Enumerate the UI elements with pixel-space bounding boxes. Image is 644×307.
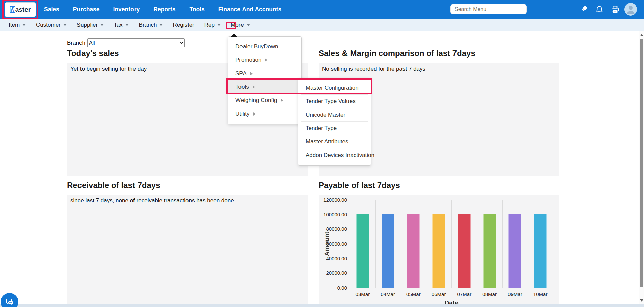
subnav-item-label: Customer [36, 21, 61, 28]
topnav-item-purchase[interactable]: Purchase [73, 6, 100, 13]
gridline-h [350, 288, 553, 288]
submenu-item-tender-type-values[interactable]: Tender Type Values [298, 95, 371, 108]
y-tick-label: 20000.00 [319, 270, 347, 276]
chevron-down-icon [22, 24, 26, 26]
subnav-item-label: Branch [139, 21, 157, 28]
top-navbar: Master SalesPurchaseInventoryReportsTool… [0, 0, 644, 19]
subnav-item-item[interactable]: Item [9, 19, 26, 31]
topnav-item-tools[interactable]: Tools [189, 6, 204, 13]
menu-item-label: Weighing Config [235, 97, 277, 104]
chevron-right-icon [250, 72, 253, 75]
menu-item-tools[interactable]: Tools [228, 80, 301, 94]
payable-bar-chart: Amount 120000.00100000.0080000.0060000.0… [319, 195, 559, 307]
sub-navbar: ItemCustomerSupplierTaxBranchRegisterRep… [0, 19, 644, 31]
y-tick-label: 100000.00 [319, 212, 347, 217]
subnav-item-tax[interactable]: Tax [114, 19, 128, 31]
y-tick-label: 120000.00 [319, 197, 347, 203]
vertical-scrollbar[interactable] [639, 31, 644, 304]
subnav-item-label: Supplier [77, 21, 98, 28]
subnav-item-rep[interactable]: Rep [204, 19, 221, 31]
gridline-v [553, 200, 553, 288]
menu-item-label: Tools [235, 84, 249, 90]
subnav-item-register[interactable]: Register [173, 19, 194, 31]
submenu-item-unicode-master[interactable]: Unicode Master [298, 108, 371, 122]
bar-07Mar [458, 214, 471, 288]
brand: Master [5, 2, 36, 17]
sales-margin-message: No selling is recorded for the past 7 da… [319, 63, 559, 74]
menu-item-label: SPA [235, 70, 247, 77]
subnav-item-label: More [231, 21, 244, 28]
y-tick-label: 40000.00 [319, 256, 347, 261]
payable-title: Payable of last 7days [319, 181, 400, 190]
branch-label: Branch [67, 40, 85, 46]
search-input[interactable] [450, 4, 527, 14]
menu-item-label: Promotion [235, 57, 261, 63]
topnav-item-reports[interactable]: Reports [153, 6, 175, 13]
bottom-strip [0, 304, 644, 307]
menu-item-promotion[interactable]: Promotion [228, 53, 301, 67]
subnav-item-supplier[interactable]: Supplier [77, 19, 104, 31]
bar-08Mar [483, 214, 496, 288]
topnav-item-sales[interactable]: Sales [44, 6, 59, 13]
avatar[interactable] [624, 3, 637, 16]
submenu-item-master-attributes[interactable]: Master Attributes [298, 135, 371, 148]
printer-icon[interactable] [610, 5, 620, 14]
y-tick-label: 60000.00 [319, 241, 347, 247]
scroll-up-icon[interactable] [640, 34, 643, 36]
chevron-down-icon [100, 24, 104, 26]
menu-item-weighing-config[interactable]: Weighing Config [228, 94, 301, 107]
subnav-item-label: Rep [204, 21, 215, 28]
gridline-v [426, 200, 426, 288]
bell-icon[interactable] [595, 5, 604, 14]
main-menu: SalesPurchaseInventoryReportsToolsFinanc… [44, 6, 281, 13]
receivable-panel: since last 7 days, none of receivable tr… [67, 195, 308, 307]
gridline-v [502, 200, 503, 288]
brand-selected-letter: M [10, 6, 15, 13]
bar-06Mar [432, 214, 445, 288]
subnav-item-branch[interactable]: Branch [139, 19, 163, 31]
subnav-item-label: Tax [114, 21, 122, 28]
tools-submenu: Master ConfigurationTender Type ValuesUn… [298, 78, 371, 166]
x-tick-label: 05Mar [406, 291, 421, 297]
x-tick-label: 09Mar [508, 291, 522, 297]
subnav-item-label: Item [9, 21, 20, 28]
menu-item-utility[interactable]: Utility [228, 107, 301, 121]
chevron-down-icon [247, 24, 250, 26]
receivable-message: since last 7 days, none of receivable tr… [67, 195, 308, 206]
chevron-right-icon [253, 112, 256, 116]
subnav-item-more[interactable]: More Dealer BuyDownPromotionSPAToolsWeig… [231, 19, 250, 31]
branch-filter: Branch All [67, 38, 185, 47]
receivable-title: Receivable of last 7days [67, 181, 160, 190]
y-tick-label: 0.00 [319, 285, 347, 291]
bar-09Mar [508, 214, 521, 288]
menu-item-dealer-buydown[interactable]: Dealer BuyDown [228, 40, 301, 53]
scroll-down-icon[interactable] [640, 299, 643, 302]
gridline-v [477, 200, 477, 288]
gridline-v [451, 200, 452, 288]
brand-button[interactable]: Master [5, 2, 36, 17]
branch-select[interactable]: All [87, 38, 185, 47]
chevron-down-icon [63, 24, 67, 26]
subnav-item-customer[interactable]: Customer [36, 19, 67, 31]
menu-item-label: Utility [235, 111, 250, 117]
x-tick-label: 07Mar [457, 291, 472, 297]
brush-icon[interactable] [579, 5, 588, 14]
scrollbar-thumb[interactable] [640, 39, 643, 287]
submenu-item-master-configuration[interactable]: Master Configuration [298, 81, 371, 95]
subnav-item-label: Register [173, 21, 194, 28]
app-root: Master SalesPurchaseInventoryReportsTool… [0, 0, 644, 307]
chevron-down-icon [125, 24, 129, 26]
menu-item-spa[interactable]: SPA [228, 67, 301, 80]
submenu-item-tender-type[interactable]: Tender Type [298, 122, 371, 135]
x-tick-label: 03Mar [356, 291, 370, 297]
gridline-v [401, 200, 401, 288]
x-tick-label: 04Mar [381, 291, 395, 297]
y-tick-label: 80000.00 [319, 226, 347, 232]
topnav-item-inventory[interactable]: Inventory [113, 6, 140, 13]
chevron-down-icon [217, 24, 221, 26]
submenu-item-addon-devices-inactivation[interactable]: Addon Devices Inactivation [298, 148, 371, 162]
gridline-v [375, 200, 376, 288]
topnav-item-finance-and-accounts[interactable]: Finance And Accounts [218, 6, 281, 13]
chat-widget-button[interactable] [1, 293, 18, 307]
tools-submenu-list: Master ConfigurationTender Type ValuesUn… [298, 81, 371, 162]
